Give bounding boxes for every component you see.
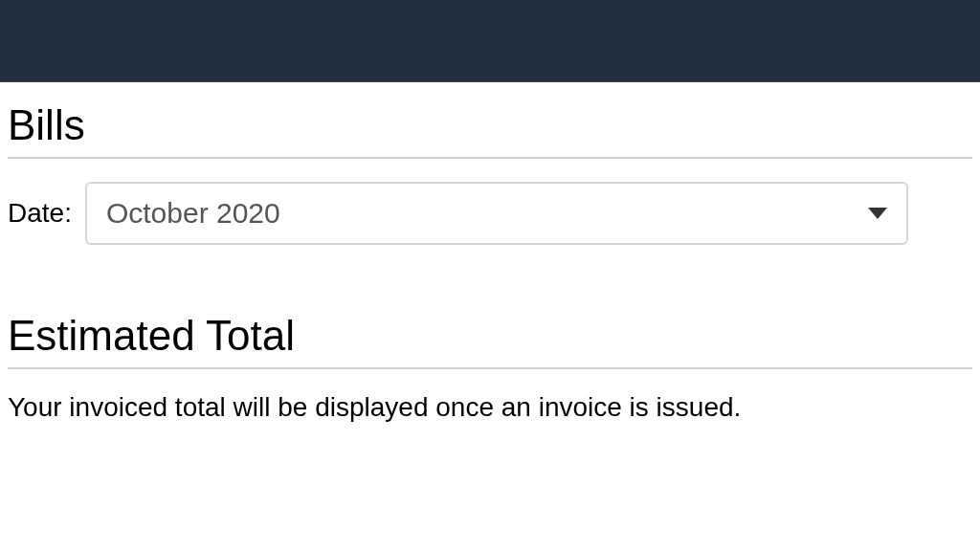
estimated-total-section: Estimated Total Your invoiced total will… <box>8 312 972 423</box>
date-row: Date: October 2020 <box>8 182 972 245</box>
date-select-value: October 2020 <box>106 197 280 230</box>
bills-heading: Bills <box>8 101 972 149</box>
chevron-down-icon <box>868 208 887 219</box>
bills-divider <box>8 157 972 159</box>
date-label: Date: <box>8 198 72 229</box>
estimated-total-heading: Estimated Total <box>8 312 972 360</box>
estimated-divider <box>8 367 972 369</box>
date-select[interactable]: October 2020 <box>85 182 908 245</box>
main-content: Bills Date: October 2020 Estimated Total… <box>0 82 980 423</box>
estimated-total-message: Your invoiced total will be displayed on… <box>8 392 972 423</box>
top-header-bar <box>0 0 980 82</box>
